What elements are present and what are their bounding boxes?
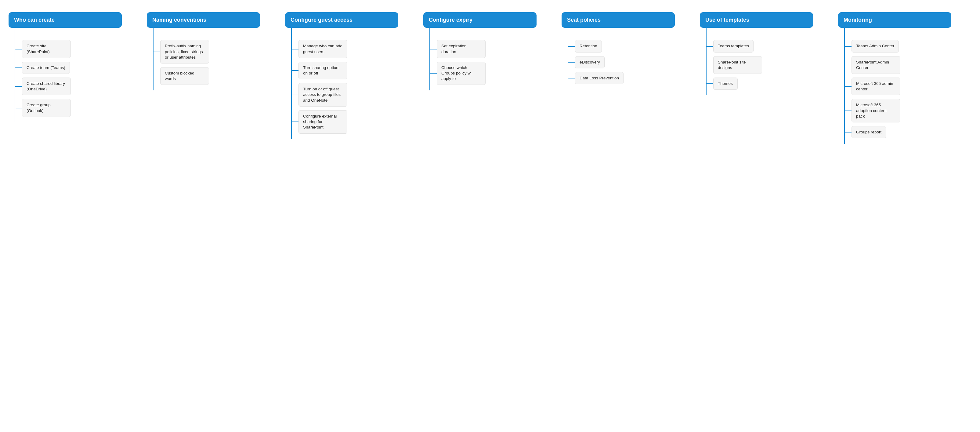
column-seat-policies: Seat policiesRetentioneDiscoveryData Los… xyxy=(559,9,697,93)
list-item: Groups report xyxy=(845,126,972,138)
item-box-who-can-create-1: Create team (Teams) xyxy=(22,62,70,74)
vertical-line-naming-conventions xyxy=(153,35,154,90)
list-item: Create shared library (OneDrive) xyxy=(15,78,142,95)
header-monitoring: Monitoring xyxy=(838,12,951,28)
list-item: SharePoint site designs xyxy=(706,56,833,74)
header-who-can-create: Who can create xyxy=(8,12,122,28)
item-box-monitoring-3: Microsoft 365 adoption content pack xyxy=(851,99,900,123)
item-box-configure-expiry-0: Set expiration duration xyxy=(437,40,485,58)
item-box-use-of-templates-0: Teams templates xyxy=(713,40,754,52)
header-configure-guest-access: Configure guest access xyxy=(285,12,398,28)
header-naming-conventions: Naming conventions xyxy=(147,12,260,28)
items-list-who-can-create: Create site (SharePoint)Create team (Tea… xyxy=(15,35,142,123)
horizontal-connector xyxy=(292,121,299,122)
horizontal-connector xyxy=(292,95,299,95)
horizontal-connector xyxy=(706,65,713,65)
item-box-monitoring-4: Groups report xyxy=(851,126,886,138)
connector-items-configure-expiry: Set expiration durationChoose which Grou… xyxy=(423,35,557,90)
item-box-naming-conventions-0: Prefix-suffix naming policies, fixed str… xyxy=(160,40,209,64)
horizontal-connector xyxy=(15,86,22,87)
list-item: Turn sharing option on or off xyxy=(292,62,418,80)
list-item: Teams templates xyxy=(706,40,833,52)
column-monitoring: MonitoringTeams Admin CenterSharePoint A… xyxy=(836,9,974,147)
vertical-line-seat-policies xyxy=(568,35,568,90)
horizontal-connector xyxy=(568,78,575,78)
list-item: Data Loss Prevention xyxy=(568,72,695,84)
list-item: Create team (Teams) xyxy=(15,62,142,74)
horizontal-connector xyxy=(430,49,437,49)
item-box-configure-guest-access-3: Configure external sharing for SharePoin… xyxy=(299,110,347,134)
item-box-configure-expiry-1: Choose which Groups policy will apply to xyxy=(437,62,485,85)
list-item: SharePoint Admin Center xyxy=(845,56,972,74)
list-item: eDiscovery xyxy=(568,56,695,69)
horizontal-connector xyxy=(568,46,575,47)
header-use-of-templates: Use of templates xyxy=(700,12,813,28)
list-item: Manage who can add guest users xyxy=(292,40,418,58)
column-naming-conventions: Naming conventionsPrefix-suffix naming p… xyxy=(144,9,283,93)
items-list-configure-expiry: Set expiration durationChoose which Grou… xyxy=(430,35,557,90)
list-item: Retention xyxy=(568,40,695,52)
horizontal-connector xyxy=(845,132,851,132)
item-box-monitoring-2: Microsoft 365 admin center xyxy=(851,78,900,95)
horizontal-connector xyxy=(292,70,299,71)
items-list-seat-policies: RetentioneDiscoveryData Loss Prevention xyxy=(568,35,695,90)
item-box-who-can-create-2: Create shared library (OneDrive) xyxy=(22,78,71,95)
item-box-who-can-create-3: Create group (Outlook) xyxy=(22,99,71,116)
horizontal-connector xyxy=(568,62,575,62)
connector-items-naming-conventions: Prefix-suffix naming policies, fixed str… xyxy=(147,35,280,90)
header-connector-monitoring xyxy=(844,28,845,35)
horizontal-connector xyxy=(706,46,713,47)
connector-items-configure-guest-access: Manage who can add guest usersTurn shari… xyxy=(285,35,418,139)
vertical-line-use-of-templates xyxy=(706,35,706,95)
header-connector-configure-guest-access xyxy=(291,28,292,35)
horizontal-connector xyxy=(154,52,160,52)
column-configure-expiry: Configure expirySet expiration durationC… xyxy=(421,9,559,93)
items-list-configure-guest-access: Manage who can add guest usersTurn shari… xyxy=(292,35,418,139)
item-box-use-of-templates-2: Themes xyxy=(713,78,738,90)
list-item: Teams Admin Center xyxy=(845,40,972,52)
item-box-who-can-create-0: Create site (SharePoint) xyxy=(22,40,71,58)
connector-items-seat-policies: RetentioneDiscoveryData Loss Prevention xyxy=(562,35,695,90)
list-item: Set expiration duration xyxy=(430,40,557,58)
list-item: Microsoft 365 admin center xyxy=(845,78,972,95)
connector-items-use-of-templates: Teams templatesSharePoint site designsTh… xyxy=(700,35,833,95)
list-item: Create site (SharePoint) xyxy=(15,40,142,58)
vertical-line-who-can-create xyxy=(15,35,15,123)
list-item: Choose which Groups policy will apply to xyxy=(430,62,557,85)
connector-items-monitoring: Teams Admin CenterSharePoint Admin Cente… xyxy=(838,35,972,144)
item-box-monitoring-1: SharePoint Admin Center xyxy=(851,56,900,74)
list-item: Turn on or off guest access to group fil… xyxy=(292,83,418,107)
horizontal-connector xyxy=(15,67,22,68)
header-seat-policies: Seat policies xyxy=(562,12,675,28)
horizontal-connector xyxy=(845,86,851,87)
horizontal-connector xyxy=(292,49,299,49)
items-list-naming-conventions: Prefix-suffix naming policies, fixed str… xyxy=(154,35,280,90)
header-configure-expiry: Configure expiry xyxy=(423,12,536,28)
item-box-seat-policies-2: Data Loss Prevention xyxy=(575,72,624,84)
item-box-naming-conventions-1: Custom blocked words xyxy=(160,67,209,85)
header-connector-who-can-create xyxy=(15,28,15,35)
list-item: Microsoft 365 adoption content pack xyxy=(845,99,972,123)
item-box-configure-guest-access-1: Turn sharing option on or off xyxy=(299,62,347,80)
main-diagram: Who can createCreate site (SharePoint)Cr… xyxy=(6,9,974,147)
list-item: Configure external sharing for SharePoin… xyxy=(292,110,418,134)
vertical-line-configure-guest-access xyxy=(291,35,292,139)
item-box-configure-guest-access-0: Manage who can add guest users xyxy=(299,40,347,58)
item-box-seat-policies-1: eDiscovery xyxy=(575,56,605,69)
horizontal-connector xyxy=(430,73,437,73)
list-item: Prefix-suffix naming policies, fixed str… xyxy=(154,40,280,64)
header-connector-seat-policies xyxy=(568,28,568,35)
item-box-configure-guest-access-2: Turn on or off guest access to group fil… xyxy=(299,83,347,107)
horizontal-connector xyxy=(845,46,851,47)
horizontal-connector xyxy=(15,108,22,108)
list-item: Custom blocked words xyxy=(154,67,280,85)
vertical-line-monitoring xyxy=(844,35,845,144)
header-connector-naming-conventions xyxy=(153,28,154,35)
horizontal-connector xyxy=(845,110,851,111)
horizontal-connector xyxy=(154,76,160,77)
column-configure-guest-access: Configure guest accessManage who can add… xyxy=(283,9,421,142)
connector-items-who-can-create: Create site (SharePoint)Create team (Tea… xyxy=(8,35,142,123)
horizontal-connector xyxy=(15,49,22,49)
header-connector-configure-expiry xyxy=(430,28,430,35)
horizontal-connector xyxy=(706,83,713,84)
